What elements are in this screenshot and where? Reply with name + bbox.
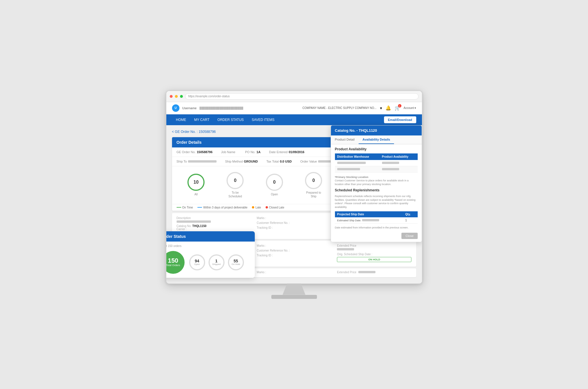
catalog-label-1: Catalog No. (177, 224, 193, 228)
ge-order-info: GE Order No. 150588796 (177, 150, 213, 154)
ship-to-label: Ship To (177, 160, 187, 163)
browser-dot-yellow (175, 95, 178, 98)
widget-subtitle: Last 150 orders (166, 244, 251, 248)
prepared-label: Prepared toShip (306, 191, 321, 198)
shipped-orders-label: Shipped (212, 263, 221, 266)
ext-price-value-3 (357, 271, 375, 274)
chevron-icon: ▾ (380, 106, 382, 110)
closed-late-dot (266, 206, 268, 208)
line-item-2-price-col: Extended Price Orig. Scheduled Ship Date… (337, 244, 411, 262)
catalog-value-1: THQL1150 (192, 224, 206, 228)
warehouse-1 (335, 160, 380, 166)
all-label: All (195, 193, 198, 196)
browser-dot-red (170, 95, 173, 98)
job-name-info: Job Name (221, 150, 237, 154)
widget-small-circles: 94 Open 1 Shipped 55 On Hold (189, 254, 244, 270)
primary-stocking-detail: Contact Customer Service to place orders… (335, 179, 409, 186)
user-initials: U (175, 106, 177, 110)
job-name-label: Job Name (221, 150, 235, 154)
cart-button[interactable]: 🛒 1 (395, 105, 400, 111)
replenish-row-1: Estimated Ship Date: 1 (335, 217, 418, 224)
warehouse-col-header: Distribution Warehouse (335, 153, 380, 160)
shipped-orders-number: 1 (215, 259, 218, 263)
status-open[interactable]: 0 Open (266, 174, 283, 196)
marks-label-3: Marks : (257, 271, 266, 274)
scheduled-label: To beScheduled (229, 191, 242, 198)
po-value: 1A (256, 150, 260, 154)
tracking-label-1: Tracking ID : (257, 226, 331, 229)
close-button[interactable]: Close (401, 233, 417, 239)
ship-method-info: Ship Method GROUND (225, 160, 258, 163)
estimated-ship-label: Estimated Ship Date: (337, 219, 362, 222)
product-availability-title: Product Availability (335, 147, 418, 151)
replenishment-title: Scheduled Replenishments (335, 188, 418, 192)
order-value-label: Order Value (300, 160, 317, 163)
closed-late-label: Closed Late (269, 206, 284, 209)
tab-availability-details[interactable]: Availability Details (359, 135, 394, 144)
on-time-line (177, 207, 181, 208)
company-name: COMPANY NAME - ELECTRIC SUPPLY COMPANY N… (302, 106, 377, 110)
notification-bell-button[interactable]: 🔔 (385, 105, 391, 111)
ext-price-label-3: Extended Price (337, 271, 356, 274)
catalog-popup-tabs: Product Detail Availability Details (331, 135, 422, 144)
replenish-qty: 1 (403, 217, 418, 224)
legend-late: Late (252, 206, 261, 209)
status-prepared-to-ship[interactable]: 0 Prepared toShip (305, 172, 322, 198)
open-label: Open (271, 193, 278, 196)
cart-badge: 1 (398, 104, 401, 108)
widget-header: Order Status (166, 231, 255, 242)
nav-my-cart[interactable]: MY CART (190, 114, 214, 125)
ship-method-value: GROUND (244, 160, 258, 163)
primary-stocking-title: *Primary Stocking Location (335, 176, 369, 179)
total-orders-number: 150 (168, 258, 178, 264)
all-circle: 10 (187, 174, 205, 191)
user-avatar: U (172, 104, 179, 112)
email-download-button[interactable]: Email/Download (384, 116, 416, 123)
legend-on-time: On Time (177, 206, 193, 209)
date-value: 01/09/2016 (289, 150, 304, 154)
top-bar-right: COMPANY NAME - ELECTRIC SUPPLY COMPANY N… (302, 105, 416, 111)
browser-dot-green (180, 95, 183, 98)
carrier-label-1: Carrier : (177, 228, 187, 231)
late-dot (252, 206, 254, 208)
legend-within-3: Within 3 days of project deliverable (197, 206, 247, 209)
ship-method-label: Ship Method (225, 160, 243, 163)
nav-saved-items[interactable]: SAVED ITEMS (248, 114, 278, 125)
total-orders-label: Total Orders (166, 264, 180, 267)
open-circle: 0 (266, 174, 283, 191)
shipped-orders-circle: 1 Shipped (209, 254, 225, 270)
browser-url-bar: https://example.com/order-status (185, 93, 419, 100)
catalog-popup: Catalog No. - THQL1120 Product Detail Av… (331, 125, 422, 242)
nav-links: HOME MY CART ORDER STATUS SAVED ITEMS (172, 114, 279, 125)
tab-product-detail[interactable]: Product Detail (331, 135, 359, 144)
nav-order-status[interactable]: ORDER STATUS (213, 114, 248, 125)
on-hold-badge-2: ON HOLD (337, 257, 411, 262)
date-info: Date Entered 01/09/2016 (269, 150, 304, 154)
marks-label-2: Marks : (257, 244, 331, 247)
monitor-base (271, 295, 317, 299)
tax-info: Tax Total 0.0 USD (266, 160, 292, 163)
catalog-popup-body: Product Availability Distribution Wareho… (331, 144, 422, 242)
projected-ship-value: Estimated Ship Date: (335, 217, 403, 224)
catalog-row-1: Catalog No. THQL1150 (177, 224, 251, 228)
date-note: Date estimated from information provided… (335, 226, 418, 230)
ge-order-label: GE Order No. (177, 150, 196, 154)
replenishment-table: Projected Ship Date Qty. Estimated Ship … (335, 211, 418, 224)
status-to-be-scheduled[interactable]: 0 To beScheduled (227, 172, 244, 198)
desc-value-1 (177, 220, 251, 223)
warehouse-2 (335, 166, 380, 172)
browser-chrome: https://example.com/order-status (166, 91, 422, 102)
line-item-3-marks-col: Marks : (257, 271, 331, 274)
ge-order-value: 150588796 (197, 150, 213, 154)
within-3-label: Within 3 days of project deliverable (203, 206, 247, 209)
monitor-wrapper: https://example.com/order-status U Usern… (166, 90, 423, 299)
nav-home[interactable]: HOME (172, 114, 190, 125)
ext-price-label-2: Extended Price (337, 244, 411, 247)
bell-icon: 🔔 (385, 106, 391, 110)
marks-label-1: Marks : (257, 216, 331, 220)
status-all[interactable]: 10 All (187, 174, 205, 196)
monitor-stand (283, 283, 306, 295)
url-text: https://example.com/order-status (188, 95, 230, 98)
projected-ship-header: Projected Ship Date (335, 211, 403, 217)
custref-label-2: Customer Reference No. : (257, 249, 331, 252)
